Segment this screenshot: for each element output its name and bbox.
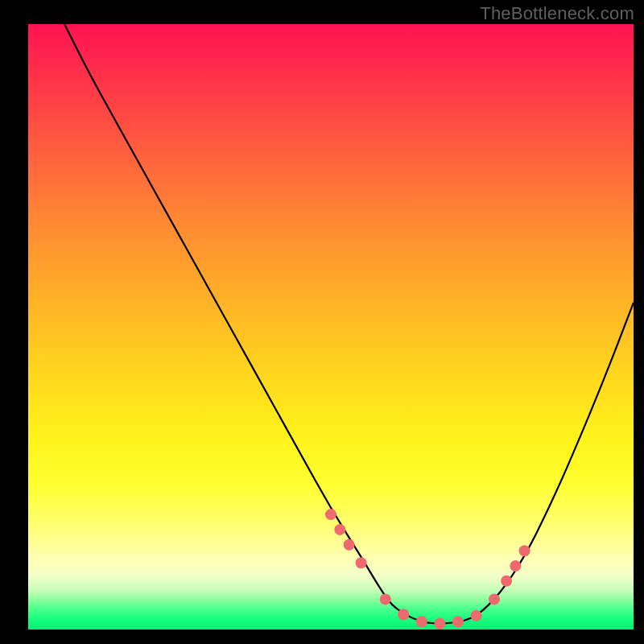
marker-dot (471, 610, 482, 621)
marker-group (325, 509, 530, 629)
marker-dot (501, 576, 512, 587)
chart-frame: TheBottleneck.com (0, 0, 644, 644)
plot-area (28, 24, 634, 630)
marker-dot (380, 593, 391, 605)
curve-svg (28, 24, 634, 630)
marker-dot (510, 560, 521, 572)
bottleneck-curve-path (64, 24, 634, 624)
marker-dot (356, 557, 367, 568)
marker-dot (398, 609, 409, 620)
marker-dot (434, 618, 445, 630)
marker-dot (416, 616, 427, 627)
marker-dot (489, 593, 500, 605)
marker-dot (325, 509, 336, 520)
marker-dot (334, 524, 345, 535)
watermark-text: TheBottleneck.com (480, 3, 634, 24)
marker-dot (344, 539, 355, 551)
marker-dot (519, 545, 530, 556)
marker-dot (452, 616, 464, 627)
